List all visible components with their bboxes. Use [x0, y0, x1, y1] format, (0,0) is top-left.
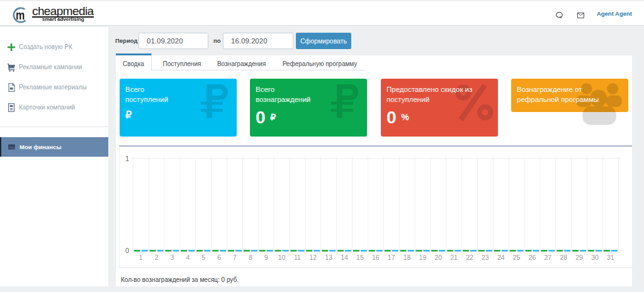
svg-text:5: 5: [201, 254, 205, 261]
svg-text:1: 1: [125, 155, 129, 162]
svg-text:11: 11: [294, 254, 301, 261]
svg-text:20: 20: [434, 254, 442, 261]
svg-text:27: 27: [545, 254, 552, 261]
svg-text:4: 4: [186, 254, 189, 261]
svg-text:8: 8: [249, 254, 252, 261]
svg-text:12: 12: [309, 254, 317, 261]
svg-text:3: 3: [171, 254, 174, 261]
svg-text:16: 16: [372, 254, 380, 261]
svg-text:7: 7: [233, 254, 237, 261]
svg-text:15: 15: [356, 254, 364, 261]
svg-text:1: 1: [139, 254, 143, 261]
svg-text:21: 21: [450, 254, 458, 261]
svg-text:30: 30: [591, 254, 599, 261]
svg-text:9: 9: [264, 254, 268, 261]
svg-text:22: 22: [466, 254, 473, 261]
svg-text:23: 23: [482, 254, 489, 261]
svg-text:13: 13: [325, 254, 332, 261]
svg-text:0: 0: [125, 247, 129, 254]
svg-text:6: 6: [217, 254, 221, 261]
svg-text:31: 31: [607, 254, 614, 261]
svg-text:17: 17: [388, 254, 395, 261]
svg-text:26: 26: [529, 254, 536, 261]
svg-text:28: 28: [560, 254, 567, 261]
svg-text:29: 29: [575, 254, 583, 261]
svg-text:25: 25: [513, 254, 521, 261]
svg-text:19: 19: [419, 254, 427, 261]
svg-text:14: 14: [341, 254, 348, 261]
svg-text:18: 18: [404, 254, 411, 261]
svg-text:2: 2: [155, 254, 159, 261]
svg-text:24: 24: [497, 254, 505, 261]
svg-text:10: 10: [278, 254, 286, 261]
